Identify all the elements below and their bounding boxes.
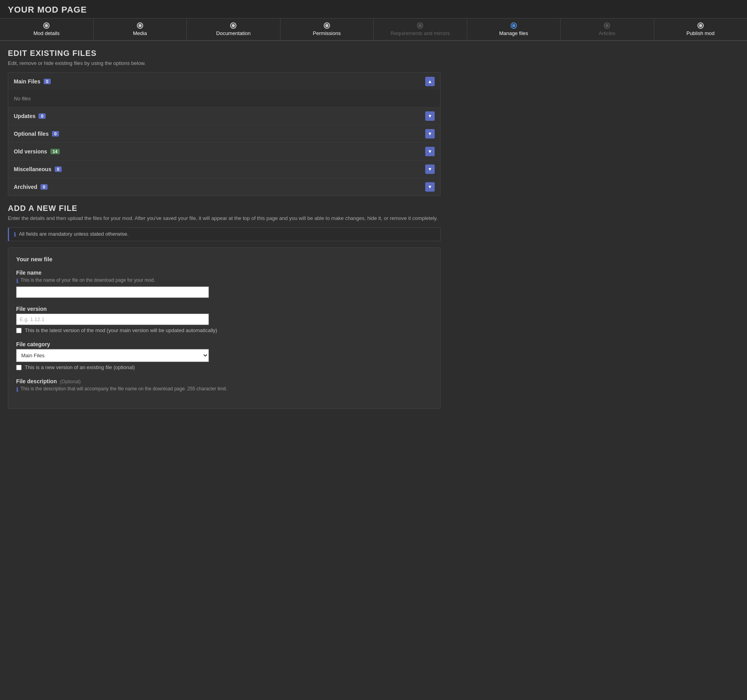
accordion-main-files: Main Files 0 ▲ No files <box>8 73 440 107</box>
edit-section-title: EDIT EXISTING FILES <box>8 49 441 58</box>
file-name-input[interactable] <box>16 286 209 298</box>
chevron-main-files[interactable]: ▲ <box>425 77 435 86</box>
badge-old-versions: 14 <box>50 149 60 154</box>
no-files-text: No files <box>14 96 31 102</box>
file-name-hint-text: This is the name of your file on the dow… <box>20 277 155 283</box>
edit-section-subtitle: Edit, remove or hide existing files by u… <box>8 60 441 66</box>
info-icon: ℹ <box>14 231 16 238</box>
accordion-header-main-files[interactable]: Main Files 0 ▲ <box>8 73 440 90</box>
accordion-miscellaneous: Miscellaneous 0 ▼ <box>8 161 440 178</box>
accordion-header-optional-files[interactable]: Optional files 0 ▼ <box>8 125 440 142</box>
badge-miscellaneous: 0 <box>55 166 62 172</box>
tab-radio-publish-mod <box>697 22 704 29</box>
tab-label-permissions: Permissions <box>313 30 341 36</box>
file-version-checkbox-row: This is the latest version of the mod (y… <box>16 327 432 333</box>
accordion-left-archived: Archived 0 <box>14 184 48 190</box>
tab-label-publish-mod: Publish mod <box>686 30 715 36</box>
add-section-subtitle: Enter the details and then upload the fi… <box>8 215 441 221</box>
form-card-title: Your new file <box>16 256 432 262</box>
accordion-header-miscellaneous[interactable]: Miscellaneous 0 ▼ <box>8 161 440 178</box>
chevron-old-versions[interactable]: ▼ <box>425 147 435 156</box>
mandatory-info-text: All fields are mandatory unless stated o… <box>19 231 129 237</box>
tab-manage-files[interactable]: Manage files <box>467 18 561 40</box>
file-name-hint-icon: ℹ <box>16 278 18 284</box>
file-description-hint-text: This is the description that will accomp… <box>20 386 227 392</box>
badge-archived: 0 <box>41 184 48 190</box>
tab-bar: Mod details Media Documentation Permissi… <box>0 18 747 41</box>
file-name-group: File name ℹ This is the name of your fil… <box>16 270 432 298</box>
accordion-archived: Archived 0 ▼ <box>8 178 440 196</box>
accordion-header-archived[interactable]: Archived 0 ▼ <box>8 178 440 196</box>
tab-label-documentation: Documentation <box>216 30 251 36</box>
accordion-label-old-versions: Old versions <box>14 148 47 155</box>
badge-optional-files: 0 <box>52 131 59 137</box>
tab-label-media: Media <box>133 30 147 36</box>
tab-permissions[interactable]: Permissions <box>280 18 374 40</box>
tab-label-mod-details: Mod details <box>33 30 59 36</box>
tab-label-requirements: Requirements and mirrors <box>391 30 450 36</box>
file-name-label: File name <box>16 270 432 276</box>
accordion-label-archived: Archived <box>14 184 37 190</box>
tab-radio-articles <box>604 22 610 29</box>
tab-articles: Articles <box>561 18 654 40</box>
tab-radio-mod-details <box>43 22 50 29</box>
tab-radio-permissions <box>324 22 330 29</box>
tab-radio-documentation <box>230 22 236 29</box>
badge-main-files: 0 <box>44 79 51 84</box>
file-description-hint-icon: ℹ <box>16 386 18 393</box>
new-version-checkbox-row: This is a new version of an existing fil… <box>16 364 432 370</box>
tab-radio-media <box>137 22 143 29</box>
file-description-hint: ℹ This is the description that will acco… <box>16 386 432 393</box>
accordion-body-main-files: No files <box>8 90 440 107</box>
file-description-optional-tag: (Optional) <box>60 379 81 384</box>
tab-label-manage-files: Manage files <box>499 30 528 36</box>
file-version-checkbox-label: This is the latest version of the mod (y… <box>25 327 217 333</box>
accordion-left-miscellaneous: Miscellaneous 0 <box>14 166 62 172</box>
file-category-label: File category <box>16 341 432 347</box>
accordion-label-main-files: Main Files <box>14 78 41 85</box>
new-version-checkbox-label: This is a new version of an existing fil… <box>25 364 135 370</box>
new-version-checkbox[interactable] <box>16 365 22 370</box>
add-file-section: ADD A NEW FILE Enter the details and the… <box>8 204 441 409</box>
file-category-group: File category Main Files Updates Optiona… <box>16 341 432 370</box>
tab-requirements-and-mirrors: Requirements and mirrors <box>374 18 467 40</box>
files-accordion: Main Files 0 ▲ No files Updates 0 ▼ <box>8 72 441 196</box>
accordion-old-versions: Old versions 14 ▼ <box>8 143 440 161</box>
accordion-optional-files: Optional files 0 ▼ <box>8 125 440 143</box>
accordion-left-old-versions: Old versions 14 <box>14 148 60 155</box>
file-version-group: File version This is the latest version … <box>16 306 432 333</box>
tab-radio-manage-files <box>511 22 517 29</box>
accordion-header-old-versions[interactable]: Old versions 14 ▼ <box>8 143 440 160</box>
tab-media[interactable]: Media <box>94 18 187 40</box>
chevron-optional-files[interactable]: ▼ <box>425 129 435 139</box>
accordion-label-updates: Updates <box>14 113 35 119</box>
tab-documentation[interactable]: Documentation <box>187 18 280 40</box>
accordion-header-updates[interactable]: Updates 0 ▼ <box>8 107 440 125</box>
add-section-title: ADD A NEW FILE <box>8 204 441 213</box>
file-version-input[interactable] <box>16 314 209 325</box>
chevron-archived[interactable]: ▼ <box>425 182 435 192</box>
file-version-label: File version <box>16 306 432 312</box>
accordion-left-main-files: Main Files 0 <box>14 78 51 85</box>
accordion-updates: Updates 0 ▼ <box>8 107 440 125</box>
tab-radio-requirements <box>417 22 423 29</box>
accordion-left-updates: Updates 0 <box>14 113 46 119</box>
accordion-left-optional-files: Optional files 0 <box>14 131 59 137</box>
file-version-checkbox[interactable] <box>16 328 22 333</box>
chevron-miscellaneous[interactable]: ▼ <box>425 164 435 174</box>
file-description-label: File description (Optional) <box>16 378 432 384</box>
chevron-updates[interactable]: ▼ <box>425 111 435 121</box>
page-header: YOUR MOD PAGE <box>0 0 747 18</box>
tab-mod-details[interactable]: Mod details <box>0 18 94 40</box>
badge-updates: 0 <box>39 113 46 119</box>
new-file-form-card: Your new file File name ℹ This is the na… <box>8 247 441 409</box>
file-name-hint: ℹ This is the name of your file on the d… <box>16 277 432 284</box>
file-description-group: File description (Optional) ℹ This is th… <box>16 378 432 393</box>
tab-label-articles: Articles <box>599 30 616 36</box>
page-content: EDIT EXISTING FILES Edit, remove or hide… <box>0 41 448 417</box>
file-category-select[interactable]: Main Files Updates Optional files Old ve… <box>16 349 209 362</box>
accordion-label-miscellaneous: Miscellaneous <box>14 166 52 172</box>
accordion-label-optional-files: Optional files <box>14 131 49 137</box>
tab-publish-mod[interactable]: Publish mod <box>654 18 747 40</box>
mandatory-info-box: ℹ All fields are mandatory unless stated… <box>8 227 441 241</box>
